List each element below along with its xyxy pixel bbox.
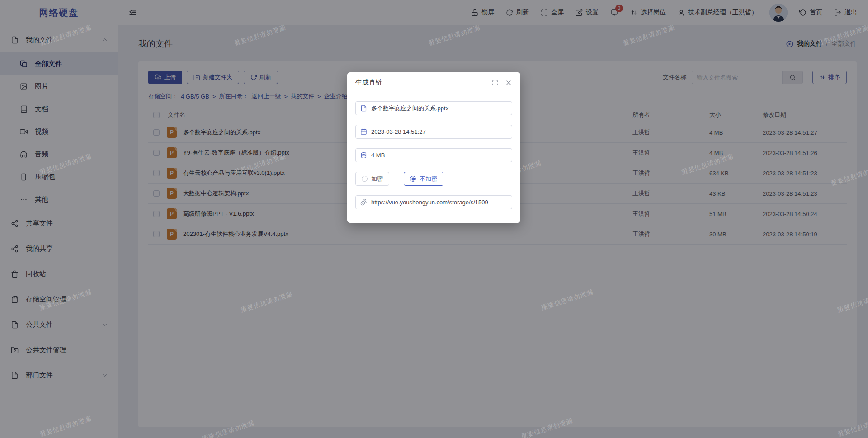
link-file-name: 多个数字底座之间的关系.pptx	[371, 104, 448, 113]
direct-link-field[interactable]: https://vue.youshengyun.com/storage/s/15…	[355, 195, 512, 209]
dialog-close-button[interactable]	[505, 79, 512, 86]
encryption-options: 加密 不加密	[355, 172, 512, 186]
link-modified-field[interactable]: 2023-03-28 14:51:27	[355, 125, 512, 139]
database-icon	[360, 152, 367, 159]
app-root: 网络硬盘 我的文件 全部文件 图片 文档 视频	[0, 0, 868, 438]
radio-circle-icon	[362, 176, 368, 182]
radio-circle-icon	[410, 176, 416, 182]
no-encrypt-radio-label: 不加密	[420, 175, 437, 183]
dialog-maximize-button[interactable]	[492, 80, 498, 86]
direct-link-url: https://vue.youshengyun.com/storage/s/15…	[371, 199, 488, 206]
dialog-body: 多个数字底座之间的关系.pptx 2023-03-28 14:51:27 4 M…	[347, 93, 520, 219]
close-icon	[505, 79, 512, 86]
dialog-header: 生成直链	[347, 72, 520, 93]
link-size-value: 4 MB	[371, 152, 385, 159]
paperclip-icon	[360, 199, 367, 206]
dialog-title: 生成直链	[355, 78, 485, 87]
file-icon	[360, 105, 367, 112]
encrypt-radio[interactable]: 加密	[355, 172, 389, 186]
calendar-icon	[360, 128, 367, 135]
encrypt-radio-label: 加密	[371, 175, 383, 183]
link-modified-value: 2023-03-28 14:51:27	[371, 128, 426, 135]
generate-link-dialog: 生成直链 多个数字底座之间的关系.pptx 2023-03-28 14:51:2…	[347, 72, 520, 223]
link-size-field[interactable]: 4 MB	[355, 148, 512, 162]
fullscreen-icon	[492, 80, 498, 86]
no-encrypt-radio[interactable]: 不加密	[404, 172, 443, 186]
link-file-name-field[interactable]: 多个数字底座之间的关系.pptx	[355, 101, 512, 115]
